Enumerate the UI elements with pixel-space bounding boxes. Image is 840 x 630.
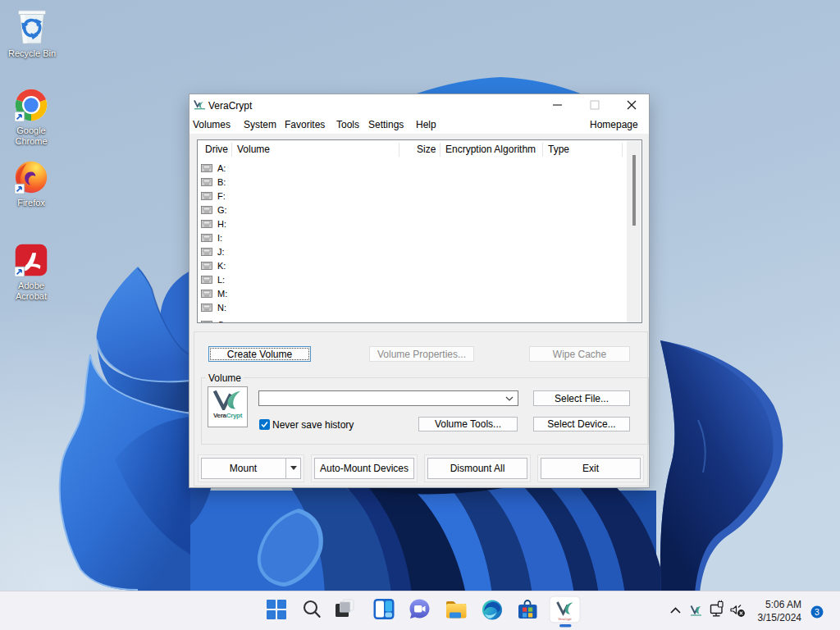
svg-text:5:06 AM: 5:06 AM: [765, 599, 801, 610]
svg-text:3: 3: [815, 607, 819, 617]
svg-text:3/15/2024: 3/15/2024: [758, 612, 802, 623]
svg-text:VeraCrypt: VeraCrypt: [559, 618, 572, 621]
